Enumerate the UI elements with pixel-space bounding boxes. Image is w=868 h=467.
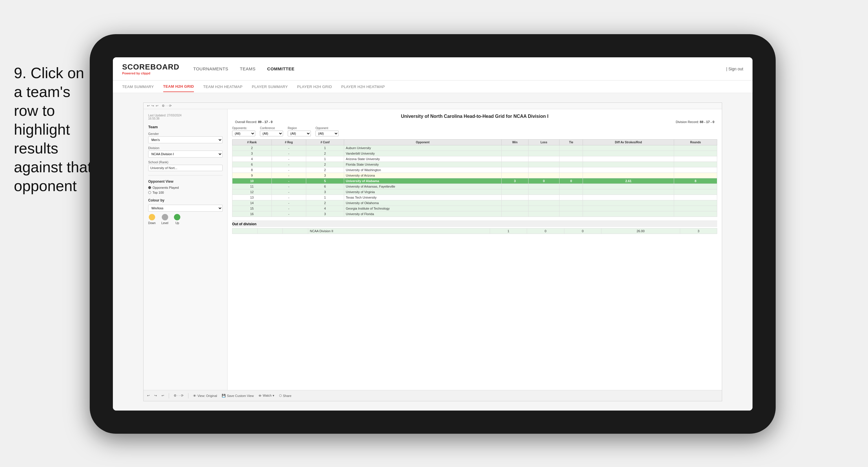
radio-dot-opponents — [148, 186, 151, 189]
opponents-filter: Opponents: (All) — [232, 126, 255, 136]
col-tie: Tie — [559, 140, 583, 145]
division-dropdown[interactable]: NCAA Division I — [148, 150, 223, 157]
h2h-table: # Rank # Reg # Conf Opponent Win Loss Ti… — [232, 139, 717, 217]
col-reg: # Reg — [272, 140, 306, 145]
share-icon: ⬡ — [279, 394, 282, 398]
legend-up: Up — [174, 214, 180, 225]
tablet-shell: SCOREBOARD Powered by clippd TOURNAMENTS… — [90, 34, 776, 434]
logo-scoreboard: SCOREBOARD — [122, 62, 180, 71]
sidebar-timestamp: Last Updated: 27/03/2024 16:55:38 — [148, 114, 223, 120]
radio-empty-top100 — [148, 191, 151, 194]
table-row[interactable]: 16-3University of Florida — [232, 211, 717, 217]
legend-up-circle — [174, 214, 180, 220]
toolbar-redo-icon[interactable]: ↪ — [151, 104, 154, 108]
table-row[interactable]: 4-1Arizona State University — [232, 156, 717, 162]
watch-btn[interactable]: 👁 Watch ▾ — [258, 394, 274, 398]
table-row[interactable]: 12-3University of Virginia — [232, 189, 717, 195]
sidebar-divider — [148, 175, 223, 175]
table-row[interactable]: 8-2University of Washington — [232, 167, 717, 173]
redo-btn[interactable]: ↪ — [154, 394, 157, 398]
sub-nav: TEAM SUMMARY TEAM H2H GRID TEAM H2H HEAT… — [113, 81, 752, 93]
grid-records: Overall Record: 89 - 17 - 0 Division Rec… — [232, 120, 717, 124]
opponents-select[interactable]: (All) — [232, 130, 255, 136]
col-conf: # Conf — [306, 140, 344, 145]
nav-tab-tournaments[interactable]: TOURNAMENTS — [193, 65, 228, 72]
sign-out-link[interactable]: Sign out — [728, 66, 743, 71]
table-row[interactable]: 15-4Georgia Institute of Technology — [232, 206, 717, 211]
gender-dropdown[interactable]: Men's — [148, 136, 223, 143]
ncaa-div2-table: NCAA Division II 1 0 0 26.00 3 — [232, 228, 717, 234]
region-filter: Region (All) — [288, 126, 311, 136]
conference-select[interactable]: (All) — [260, 130, 283, 136]
colour-legend: Down Level Up — [148, 214, 223, 225]
undo-btn[interactable]: ↩ — [147, 394, 150, 398]
toolbar-sep-2 — [188, 393, 188, 399]
conference-filter: Conference (All) — [260, 126, 283, 136]
table-row[interactable]: 9-3University of Arizona — [232, 173, 717, 178]
toolbar-back-icon[interactable]: ↩ — [156, 104, 158, 108]
division-record: Division Record: 88 - 17 - 0 — [676, 120, 714, 124]
toolbar-extra: ⚙ · · ⟳ — [162, 104, 172, 108]
nav-tab-committee[interactable]: COMMITTEE — [267, 65, 294, 72]
sub-nav-team-summary[interactable]: TEAM SUMMARY — [122, 82, 154, 92]
col-loss: Loss — [528, 140, 559, 145]
gender-label: Gender — [148, 132, 223, 136]
opponents-played-option[interactable]: Opponents Played — [148, 186, 223, 189]
legend-down-circle — [149, 214, 155, 220]
table-row[interactable]: 11-6University of Arkansas, Fayetteville — [232, 184, 717, 189]
grid-area: University of North Carolina Head-to-Hea… — [227, 109, 722, 390]
view-icon: 👁 — [193, 394, 196, 398]
filters-row: Opponents: (All) Conference (All) — [232, 126, 717, 136]
ncaa-div2-loss: 0 — [527, 228, 564, 234]
sub-nav-team-h2h-heatmap[interactable]: TEAM H2H HEATMAP — [203, 82, 243, 92]
view-original-btn[interactable]: 👁 View: Original — [193, 394, 217, 398]
region-select[interactable]: (All) — [288, 130, 311, 136]
toolbar-sep-1 — [169, 393, 169, 399]
sub-nav-player-summary[interactable]: PLAYER SUMMARY — [252, 82, 288, 92]
table-row[interactable]: 6-2Florida State University — [232, 162, 717, 167]
legend-down: Down — [148, 214, 156, 225]
table-row[interactable]: 3-2Vanderbilt University — [232, 151, 717, 156]
table-row[interactable]: 2-1Auburn University — [232, 145, 717, 151]
overall-record: Overall Record: 89 - 17 - 0 — [235, 120, 273, 124]
sub-nav-player-h2h-heatmap[interactable]: PLAYER H2H HEATMAP — [341, 82, 385, 92]
team-section-label: Team — [148, 125, 223, 129]
col-opponent: Opponent — [344, 140, 501, 145]
legend-level: Level — [161, 214, 168, 225]
nav-tab-teams[interactable]: TEAMS — [240, 65, 255, 72]
col-diff: Diff Av Strokes/Rnd — [583, 140, 674, 145]
toolbar-undo-icon[interactable]: ↩ — [147, 104, 150, 108]
opponent-select[interactable]: (All) — [315, 130, 339, 136]
instruction-body: Click on a team's row to highlight resul… — [14, 64, 92, 194]
col-win: Win — [502, 140, 528, 145]
table-row[interactable]: 10-5University of Alabama3002.618 — [232, 178, 717, 184]
division-label: Division — [148, 146, 223, 150]
top-100-option[interactable]: Top 100 — [148, 191, 223, 194]
opponent-view-label: Opponent View — [148, 179, 223, 183]
tableau-body: Last Updated: 27/03/2024 16:55:38 Team G… — [144, 109, 722, 390]
opponent-filter: Opponent (All) — [315, 126, 339, 136]
legend-level-circle — [162, 214, 168, 220]
ncaa-div2-win: 1 — [490, 228, 527, 234]
col-rank: # Rank — [232, 140, 272, 145]
ncaa-div2-row[interactable]: NCAA Division II 1 0 0 26.00 3 — [232, 228, 717, 234]
instruction-text: 9. Click on a team's row to highlight re… — [14, 64, 95, 196]
sub-nav-player-h2h-grid[interactable]: PLAYER H2H GRID — [297, 82, 332, 92]
tablet-screen: SCOREBOARD Powered by clippd TOURNAMENTS… — [113, 57, 752, 411]
save-custom-btn[interactable]: 💾 Save Custom View — [222, 394, 254, 398]
ncaa-div2-name: NCAA Division II — [308, 228, 490, 234]
school-value: University of Nort... — [148, 165, 223, 171]
colour-by-dropdown[interactable]: Win/loss — [148, 205, 223, 212]
table-row[interactable]: 14-2University of Oklahoma — [232, 200, 717, 206]
watch-icon: 👁 — [258, 394, 261, 398]
header-left: SCOREBOARD Powered by clippd TOURNAMENTS… — [122, 62, 294, 75]
back-btn[interactable]: ↩ — [161, 394, 164, 398]
table-row[interactable]: 13-1Texas Tech University — [232, 195, 717, 200]
header-right: | Sign out — [726, 66, 743, 71]
sub-nav-team-h2h-grid[interactable]: TEAM H2H GRID — [163, 81, 194, 92]
col-rounds: Rounds — [674, 140, 717, 145]
toolbar-controls: ⚙ · · ⟳ — [174, 394, 184, 398]
grid-title: University of North Carolina Head-to-Hea… — [232, 114, 717, 119]
share-btn[interactable]: ⬡ Share — [279, 394, 291, 398]
app-header: SCOREBOARD Powered by clippd TOURNAMENTS… — [113, 57, 752, 81]
